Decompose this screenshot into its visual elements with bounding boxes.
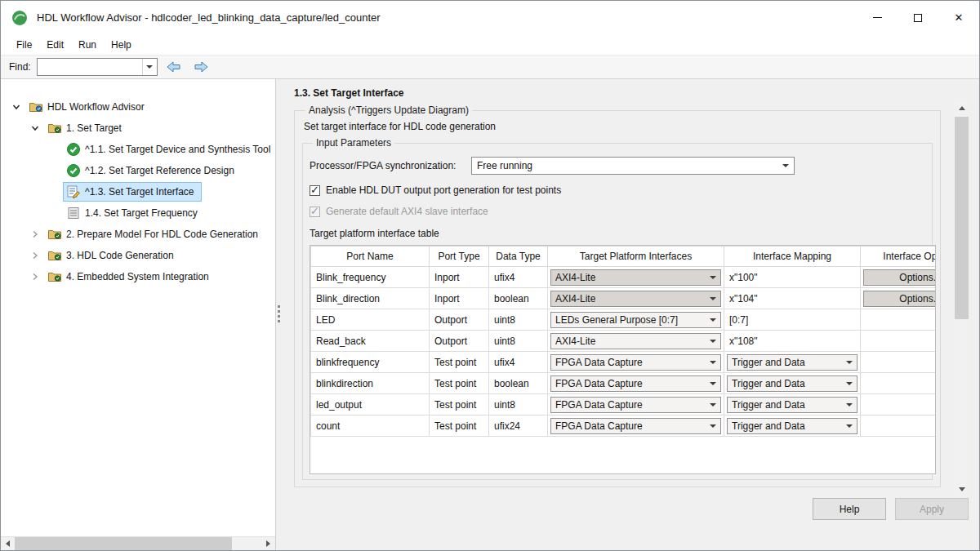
column-header[interactable]: Port Name — [311, 247, 430, 267]
table-row: Read_backOutportuint8AXI4-Litex"108" — [311, 331, 937, 352]
column-header[interactable]: Port Type — [430, 247, 489, 267]
table-cell: uint8 — [489, 309, 548, 331]
collapse-chevron-icon[interactable] — [26, 123, 44, 133]
column-header[interactable]: Interface Options — [861, 247, 937, 267]
scroll-right-button[interactable] — [261, 537, 275, 551]
table-cell: Read_back — [311, 331, 430, 352]
input-parameters-label: Input Parameters — [313, 137, 394, 149]
processor-fpga-sync-dropdown[interactable]: Free running — [471, 157, 795, 175]
workflow-tree-panel: HDL Workflow Advisor1. Set Target^1.1. S… — [1, 79, 276, 550]
panel-splitter[interactable] — [276, 79, 282, 550]
scroll-up-button[interactable] — [954, 101, 969, 115]
table-cell: FPGA Data Capture — [548, 373, 724, 394]
expand-chevron-icon[interactable] — [26, 272, 44, 282]
tree-item[interactable]: 1.4. Set Target Frequency — [1, 202, 275, 224]
help-button[interactable]: Help — [813, 498, 886, 520]
content-vertical-scrollbar[interactable] — [954, 101, 969, 496]
checkbox-label: Enable HDL DUT output port generation fo… — [326, 184, 561, 196]
cell-dropdown[interactable]: AXI4-Lite — [550, 333, 721, 349]
tree-item-label: 1. Set Target — [66, 122, 122, 134]
table-cell: blinkfrequency — [311, 352, 430, 373]
minimize-button[interactable] — [857, 1, 898, 34]
tree-item-label: 1.4. Set Target Frequency — [85, 207, 198, 219]
column-header[interactable]: Target Platform Interfaces — [548, 247, 724, 267]
expand-chevron-icon[interactable] — [26, 251, 44, 260]
find-combobox[interactable] — [37, 58, 158, 76]
table-cell: Blink_direction — [311, 288, 430, 309]
cell-dropdown[interactable]: AXI4-Lite — [550, 291, 721, 307]
chevron-down-icon — [710, 382, 716, 385]
table-cell: Inport — [430, 267, 489, 288]
column-header[interactable]: Data Type — [489, 247, 548, 267]
menu-edit[interactable]: Edit — [39, 36, 71, 54]
enable-testpoints-checkbox[interactable]: Enable HDL DUT output port generation fo… — [310, 184, 925, 196]
interface-table-body: Blink_frequencyInportufix4AXI4-Litex"100… — [311, 267, 937, 437]
menu-file[interactable]: File — [9, 36, 39, 54]
hscroll-thumb[interactable] — [15, 537, 232, 550]
tree-horizontal-scrollbar[interactable] — [1, 536, 275, 550]
table-cell: Options... — [861, 267, 937, 288]
hscroll-track[interactable] — [15, 537, 261, 550]
tree-item[interactable]: 1. Set Target — [1, 118, 275, 139]
tree-item[interactable]: 2. Prepare Model For HDL Code Generation — [1, 224, 275, 245]
tree-item[interactable]: ^1.1. Set Target Device and Synthesis To… — [1, 139, 275, 160]
triangle-left-icon — [6, 540, 10, 547]
cell-dropdown[interactable]: FPGA Data Capture — [550, 354, 721, 371]
cell-dropdown[interactable]: FPGA Data Capture — [550, 418, 721, 434]
scroll-left-button[interactable] — [1, 537, 15, 551]
cell-dropdown[interactable]: FPGA Data Capture — [550, 397, 721, 413]
chevron-down-icon — [710, 318, 716, 322]
table-cell: Test point — [430, 415, 489, 437]
close-button[interactable] — [938, 1, 979, 34]
table-cell: FPGA Data Capture — [548, 415, 724, 437]
maximize-button[interactable] — [898, 1, 938, 34]
column-header[interactable]: Interface Mapping — [724, 247, 861, 267]
task-title: 1.3. Set Target Interface — [294, 87, 968, 99]
table-row: countTest pointufix24FPGA Data CaptureTr… — [311, 415, 937, 437]
arrow-left-icon — [166, 60, 182, 73]
tree-item[interactable]: HDL Workflow Advisor — [1, 96, 275, 118]
cell-dropdown[interactable]: AXI4-Lite — [550, 269, 721, 286]
check-passed-icon — [66, 163, 81, 178]
tree-item-label: ^1.3. Set Target Interface — [85, 186, 194, 198]
scroll-down-button[interactable] — [954, 482, 969, 496]
tree-item[interactable]: 3. HDL Code Generation — [1, 245, 275, 266]
collapse-chevron-icon[interactable] — [7, 102, 25, 112]
interface-table-label: Target platform interface table — [310, 228, 925, 239]
vscroll-track[interactable] — [954, 115, 969, 482]
tree-item[interactable]: ^1.3. Set Target Interface — [1, 181, 275, 202]
interface-table: Port NamePort TypeData TypeTarget Platfo… — [310, 245, 936, 474]
apply-button[interactable]: Apply — [895, 498, 969, 520]
options-button[interactable]: Options... — [863, 269, 936, 286]
tree-item-label: HDL Workflow Advisor — [47, 101, 145, 113]
task-edit-icon — [66, 184, 81, 199]
cell-dropdown[interactable]: Trigger and Data — [727, 375, 858, 392]
chevron-down-icon — [846, 361, 853, 364]
cell-dropdown[interactable]: FPGA Data Capture — [550, 375, 721, 392]
cell-dropdown[interactable]: Trigger and Data — [727, 397, 858, 413]
table-cell: ufix4 — [489, 267, 548, 288]
table-cell: Trigger and Data — [724, 394, 861, 415]
find-input[interactable] — [38, 59, 142, 75]
expand-chevron-icon[interactable] — [26, 229, 44, 239]
find-previous-button[interactable] — [163, 56, 185, 78]
tree-item[interactable]: 4. Embedded System Integration — [1, 266, 275, 287]
menu-run[interactable]: Run — [71, 36, 104, 54]
chevron-down-icon — [710, 340, 716, 343]
table-cell: Test point — [430, 352, 489, 373]
table-cell: AXI4-Lite — [548, 331, 724, 352]
vscroll-thumb[interactable] — [955, 117, 969, 319]
find-next-button[interactable] — [190, 56, 212, 78]
find-dropdown-button[interactable] — [142, 59, 157, 75]
cell-dropdown[interactable]: Trigger and Data — [727, 418, 858, 434]
cell-dropdown[interactable]: Trigger and Data — [727, 354, 858, 371]
titlebar[interactable]: HDL Workflow Advisor - hdlcoder_led_blin… — [1, 1, 979, 34]
options-button[interactable]: Options... — [863, 291, 936, 307]
menu-help[interactable]: Help — [104, 36, 139, 54]
tree-item[interactable]: ^1.2. Set Target Reference Design — [1, 160, 275, 181]
target-platform-interface-table: Port NamePort TypeData TypeTarget Platfo… — [310, 246, 936, 437]
workflow-tree: HDL Workflow Advisor1. Set Target^1.1. S… — [1, 79, 275, 287]
table-cell: Test point — [430, 394, 489, 415]
table-cell — [861, 331, 937, 352]
cell-dropdown[interactable]: LEDs General Purpose [0:7] — [550, 312, 721, 328]
